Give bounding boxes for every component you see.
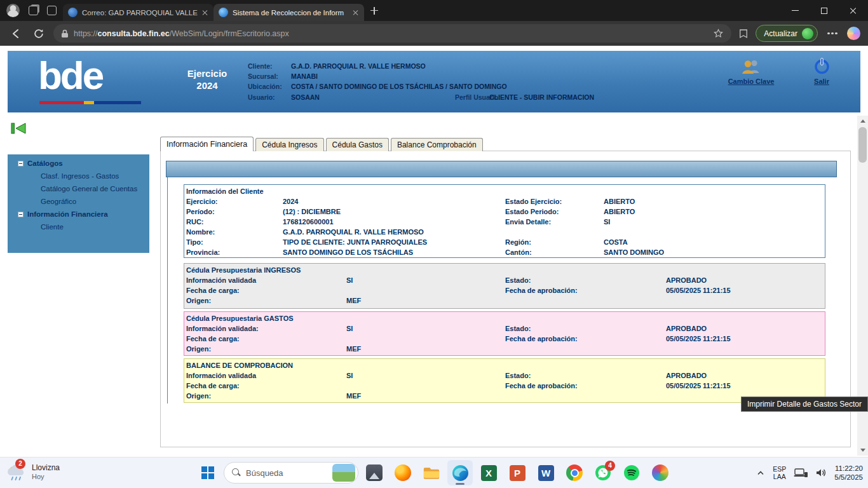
extension-status-icon [802, 28, 813, 39]
bookmark-star-icon[interactable] [713, 28, 724, 39]
whatsapp-badge: 4 [605, 461, 615, 471]
browser-tab-app[interactable]: Sistema de Recoleccion de Inform [214, 4, 364, 21]
excel-icon: X [481, 465, 497, 481]
cambio-clave-link: Cambio Clave [718, 78, 784, 85]
taskbar-powerpoint[interactable]: P [505, 460, 530, 485]
taskbar-chrome[interactable] [562, 460, 587, 485]
actualizar-button[interactable]: Actualizar [756, 25, 818, 42]
print-tooltip: Imprimir Detalle de Gastos Sector [741, 396, 868, 412]
taskbar-whatsapp[interactable]: 4 [590, 460, 616, 485]
tab-close-icon[interactable] [202, 10, 208, 16]
favorites-hub-icon[interactable] [738, 28, 749, 39]
weather-widget[interactable]: 2 Llovizna Hoy [5, 461, 60, 483]
sucursal-label: Sucursal: [248, 72, 278, 80]
cedula-gastos-section: Cédula Presupuestaria GASTOS Información… [184, 311, 825, 356]
taskbar-center: Búsqueda X P W [195, 460, 673, 485]
cliente-value: G.A.D. PARROQUIAL R. VALLE HERMOSO [291, 62, 426, 70]
section-title: Cédula Presupuestaria GASTOS [186, 314, 825, 323]
scrollbar-thumb[interactable] [858, 127, 867, 163]
close-button[interactable] [839, 0, 868, 21]
ubicacion-value: COSTA / SANTO DOMINGO DE LOS TSÁCHILAS /… [291, 83, 507, 90]
lock-icon [61, 29, 69, 38]
window-controls [780, 0, 868, 21]
sidebar-item-cliente[interactable]: Cliente [8, 220, 149, 233]
perfil-value: CLIENTE - SUBIR INFORMACION [489, 93, 594, 101]
search-icon [232, 468, 241, 477]
url-text: https://consulta.bde.fin.ec/WebSim/Login… [74, 29, 289, 38]
sidebar-item-catalogo-general-cuentas[interactable]: Catálogo General de Cuentas [8, 182, 149, 195]
browser-navbar: https://consulta.bde.fin.ec/WebSim/Login… [0, 21, 868, 46]
profile-avatar-icon[interactable] [6, 4, 20, 17]
browser-tab-mail[interactable]: Correo: GAD PARROQUIAL VALLE [63, 4, 214, 21]
search-box[interactable]: Búsqueda [224, 462, 358, 484]
cliente-label: Cliente: [248, 62, 273, 70]
sidebar-item-label: Información Financiera [27, 208, 108, 220]
cambio-clave-block[interactable]: Cambio Clave [718, 58, 784, 85]
volume-icon[interactable] [815, 468, 827, 478]
sidebar-item-label: Catálogos [27, 157, 63, 170]
system-tray: ESP LAA 11:22:20 5/5/2025 [756, 458, 863, 488]
back-button[interactable] [8, 25, 24, 42]
taskbar-excel[interactable]: X [476, 460, 501, 485]
tab-balance-comprobacion[interactable]: Balance Comprobación [391, 138, 483, 151]
refresh-button[interactable] [31, 25, 47, 42]
collapse-minus-icon[interactable] [18, 212, 24, 217]
tab-close-icon[interactable] [353, 10, 359, 16]
notification-badge: 2 [15, 459, 25, 469]
ejercicio-label: Ejercicio 2024 [172, 67, 243, 92]
tab-title: Correo: GAD PARROQUIAL VALLE [82, 9, 198, 17]
salir-block[interactable]: Salir [802, 57, 841, 85]
salir-link: Salir [802, 78, 841, 85]
collapse-minus-icon[interactable] [18, 161, 24, 166]
tray-date: 5/5/2025 [834, 473, 863, 482]
new-tab-button[interactable] [370, 7, 378, 15]
taskbar-edge[interactable] [447, 460, 473, 485]
tab-cedula-gastos[interactable]: Cédula Gastos [326, 138, 389, 151]
mail-tab-favicon [68, 8, 78, 17]
sidebar-item-geografico[interactable]: Geográfico [8, 195, 149, 208]
address-bar[interactable]: https://consulta.bde.fin.ec/WebSim/Login… [53, 24, 731, 43]
tab-cedula-ingresos[interactable]: Cédula Ingresos [255, 138, 323, 151]
browser-titlebar: Correo: GAD PARROQUIAL VALLE Sistema de … [0, 0, 868, 21]
app-header: bde Ejercicio 2024 Cliente: G.A.D. PARRO… [8, 51, 860, 112]
sidebar-item-informacion-financiera[interactable]: Información Financiera [8, 208, 149, 220]
powerpoint-icon: P [510, 465, 526, 481]
tab-informacion-financiera[interactable]: Información Financiera [160, 137, 254, 151]
minimize-button[interactable] [780, 0, 810, 21]
taskbar-pinwheel-app[interactable] [648, 460, 673, 485]
chrome-icon [566, 464, 583, 481]
taskbar-word[interactable]: W [533, 460, 559, 485]
usuario-label: Usuario: [248, 93, 275, 101]
maximize-button[interactable] [810, 0, 839, 21]
clock-widget[interactable]: 11:22:20 5/5/2025 [834, 464, 863, 482]
scroll-up-icon[interactable] [860, 119, 865, 123]
start-button[interactable] [195, 460, 220, 485]
content-tabstrip: Información Financiera Cédula Ingresos C… [160, 137, 483, 151]
more-menu-button[interactable] [824, 25, 841, 42]
language-indicator[interactable]: ESP LAA [773, 465, 786, 480]
tray-chevron-up-icon[interactable] [756, 469, 765, 477]
taskbar: 2 Llovizna Hoy Búsqueda [0, 457, 868, 488]
tab-actions-icon[interactable] [47, 6, 57, 15]
network-icon[interactable] [794, 468, 808, 478]
taskbar-file-explorer[interactable] [419, 460, 444, 485]
taskbar-gallery-app[interactable] [362, 460, 387, 485]
taskbar-firefox[interactable] [390, 460, 416, 485]
scroll-down-icon[interactable] [860, 449, 865, 452]
taskbar-spotify[interactable] [619, 460, 644, 485]
bde-logo-stripe [39, 101, 141, 104]
pinwheel-icon [652, 464, 668, 481]
sidebar-item-catalogos[interactable]: Catálogos [8, 157, 149, 170]
power-icon [813, 57, 831, 75]
section-title: BALANCE DE COMPROBACION [186, 361, 825, 370]
weather-day: Hoy [32, 472, 60, 481]
bde-logo: bde [38, 52, 102, 99]
sidebar-item-clasf-ingresos-gastos[interactable]: Clasf. Ingresos - Gastos [8, 170, 149, 182]
web-page: bde Ejercicio 2024 Cliente: G.A.D. PARRO… [0, 46, 868, 457]
skip-left-arrow-icon [10, 121, 27, 135]
tray-time: 11:22:20 [834, 464, 863, 473]
workspaces-icon[interactable] [29, 6, 38, 15]
weather-condition: Llovizna [32, 463, 60, 472]
collapse-menu-button[interactable] [10, 121, 27, 135]
copilot-icon[interactable] [847, 27, 860, 40]
